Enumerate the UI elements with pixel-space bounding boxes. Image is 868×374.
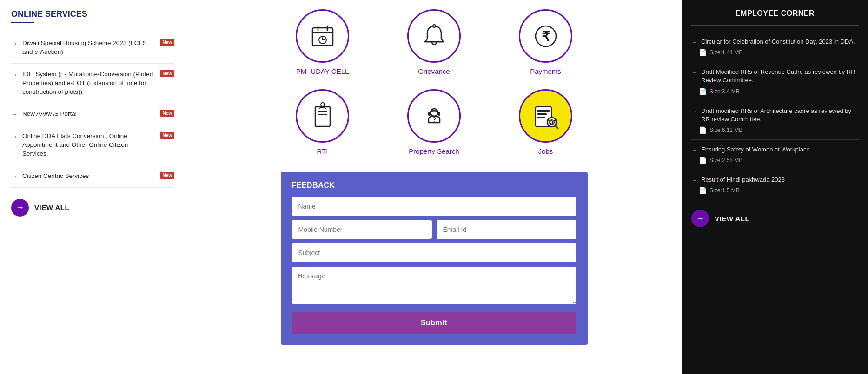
news-size-2: 📄 Size:3.4 MB bbox=[699, 88, 859, 95]
news-text-2: Draft Modified RRs of Revenue Cadre as r… bbox=[701, 68, 859, 85]
service-item-4[interactable]: → Online DDA Flats Conversion , Online A… bbox=[11, 125, 174, 165]
pdf-icon-3: 📄 bbox=[699, 126, 707, 134]
property-search-label: Property Search bbox=[409, 147, 459, 155]
service-card-payments[interactable]: ₹ Payments bbox=[504, 9, 588, 75]
news-arrow-1: → bbox=[691, 39, 697, 46]
svg-point-17 bbox=[431, 109, 438, 116]
arrow-icon-1: → bbox=[11, 40, 18, 47]
svg-text:JOB: JOB bbox=[547, 120, 557, 125]
view-all-button[interactable]: → VIEW ALL bbox=[11, 199, 174, 217]
service-item-1[interactable]: → Diwali Special Housing Scheme 2023 (FC… bbox=[11, 33, 174, 64]
property-search-icon-circle: ? bbox=[407, 89, 461, 143]
service-item-3[interactable]: → New AAWAS Portal New bbox=[11, 103, 174, 125]
news-size-3: 📄 Size:6.12 MB bbox=[699, 126, 859, 134]
right-panel: EMPLOYEE CORNER → Circular for Celebrati… bbox=[682, 0, 868, 374]
news-item-2[interactable]: → Draft Modified RRs of Revenue Cadre as… bbox=[691, 62, 859, 101]
news-arrow-4: → bbox=[691, 146, 697, 153]
title-divider bbox=[691, 25, 859, 26]
new-badge-3: New bbox=[160, 110, 174, 117]
right-view-all-button[interactable]: → VIEW ALL bbox=[691, 210, 859, 227]
feedback-mobile-input[interactable] bbox=[292, 220, 432, 239]
jobs-icon: JOB bbox=[532, 102, 560, 130]
svg-rect-22 bbox=[537, 110, 550, 112]
news-arrow-2: → bbox=[691, 69, 697, 76]
news-text-4: Ensuring Safety of Women at Workplace. bbox=[701, 145, 811, 154]
size-text-1: Size:1.44 MB bbox=[709, 49, 742, 56]
news-item-4[interactable]: → Ensuring Safety of Women at Workplace.… bbox=[691, 140, 859, 170]
feedback-submit-button[interactable]: Submit bbox=[292, 312, 576, 334]
svg-rect-23 bbox=[537, 113, 547, 115]
news-row-3: → Draft modified RRs of Architecture cad… bbox=[691, 107, 859, 124]
news-item-5[interactable]: → Result of Hindi pakhwada 2023 📄 Size:1… bbox=[691, 170, 859, 200]
left-panel-title: ONLINE SERVICES bbox=[11, 9, 174, 19]
feedback-message-input[interactable] bbox=[292, 267, 576, 304]
news-row-4: → Ensuring Safety of Women at Workplace. bbox=[691, 145, 859, 154]
pdf-icon-2: 📄 bbox=[699, 88, 707, 95]
service-card-grievance[interactable]: Grievance bbox=[392, 9, 476, 75]
service-card-jobs[interactable]: JOB Jobs bbox=[504, 89, 588, 155]
news-item-3[interactable]: → Draft modified RRs of Architecture cad… bbox=[691, 101, 859, 140]
feedback-subject-input[interactable] bbox=[292, 243, 576, 262]
feedback-contact-row bbox=[292, 220, 576, 239]
feedback-form: FEEDBACK Submit bbox=[281, 172, 588, 345]
size-text-3: Size:6.12 MB bbox=[709, 127, 742, 133]
svg-rect-11 bbox=[315, 107, 330, 126]
svg-rect-24 bbox=[537, 117, 545, 118]
arrow-icon-5: → bbox=[11, 173, 18, 180]
pdf-icon-1: 📄 bbox=[699, 49, 707, 56]
property-search-icon: ? bbox=[420, 102, 448, 130]
news-text-1: Circular for Celebration of Constitution… bbox=[701, 38, 855, 46]
service-text-4: Online DDA Flats Conversion , Online App… bbox=[22, 132, 153, 158]
news-item-1[interactable]: → Circular for Celebration of Constituti… bbox=[691, 32, 859, 62]
pdf-icon-4: 📄 bbox=[699, 157, 707, 164]
services-grid: PM- UDAY CELL Grievance ₹ P bbox=[281, 9, 588, 155]
size-text-5: Size:1.5 MB bbox=[709, 187, 740, 194]
service-text-5: Citizen Centric Services bbox=[22, 172, 153, 181]
arrow-icon-3: → bbox=[11, 111, 18, 118]
calendar-icon bbox=[309, 22, 337, 50]
title-underline bbox=[11, 22, 34, 23]
employee-corner-title: EMPLOYEE CORNER bbox=[691, 9, 859, 18]
rupee-icon: ₹ bbox=[532, 22, 560, 50]
rti-label: RTI bbox=[317, 147, 328, 155]
rti-icon bbox=[309, 102, 337, 130]
svg-line-27 bbox=[555, 125, 558, 128]
service-card-pm-uday[interactable]: PM- UDAY CELL bbox=[281, 9, 364, 75]
rti-icon-circle bbox=[296, 89, 349, 143]
news-arrow-5: → bbox=[691, 177, 697, 184]
svg-text:?: ? bbox=[432, 116, 436, 123]
service-text-3: New AAWAS Portal bbox=[22, 110, 153, 118]
arrow-icon-2: → bbox=[11, 71, 18, 79]
service-text-2: IDLI System (E- Mutation,e-Conversion (P… bbox=[22, 70, 153, 97]
service-card-property-search[interactable]: ? Property Search bbox=[392, 89, 476, 155]
svg-rect-18 bbox=[428, 112, 431, 116]
svg-text:₹: ₹ bbox=[542, 29, 550, 44]
news-size-1: 📄 Size:1.44 MB bbox=[699, 49, 859, 56]
service-item-5[interactable]: → Citizen Centric Services New bbox=[11, 165, 174, 188]
feedback-title: FEEDBACK bbox=[292, 181, 576, 190]
new-badge-4: New bbox=[160, 132, 174, 139]
news-size-5: 📄 Size:1.5 MB bbox=[699, 187, 859, 194]
jobs-icon-circle: JOB bbox=[519, 89, 572, 143]
view-all-label: VIEW ALL bbox=[34, 203, 69, 211]
grievance-icon-circle bbox=[407, 9, 461, 63]
service-item-2[interactable]: → IDLI System (E- Mutation,e-Conversion … bbox=[11, 64, 174, 104]
bell-icon bbox=[420, 22, 448, 50]
center-panel: PM- UDAY CELL Grievance ₹ P bbox=[186, 0, 682, 374]
view-all-circle: → bbox=[11, 199, 29, 217]
service-text-1: Diwali Special Housing Scheme 2023 (FCFS… bbox=[22, 39, 153, 57]
jobs-label: Jobs bbox=[538, 147, 553, 155]
right-view-all-circle: → bbox=[691, 210, 709, 227]
news-row-5: → Result of Hindi pakhwada 2023 bbox=[691, 176, 859, 184]
news-size-4: 📄 Size:2.58 MB bbox=[699, 157, 859, 164]
news-arrow-3: → bbox=[691, 108, 697, 115]
pdf-icon-5: 📄 bbox=[699, 187, 707, 194]
pm-uday-label: PM- UDAY CELL bbox=[296, 67, 349, 75]
size-text-4: Size:2.58 MB bbox=[709, 157, 742, 164]
right-view-all-label: VIEW ALL bbox=[715, 215, 749, 223]
service-card-rti[interactable]: RTI bbox=[281, 89, 364, 155]
left-panel: ONLINE SERVICES → Diwali Special Housing… bbox=[0, 0, 186, 374]
feedback-name-input[interactable] bbox=[292, 197, 576, 216]
feedback-email-input[interactable] bbox=[437, 220, 576, 239]
svg-rect-19 bbox=[438, 112, 440, 116]
